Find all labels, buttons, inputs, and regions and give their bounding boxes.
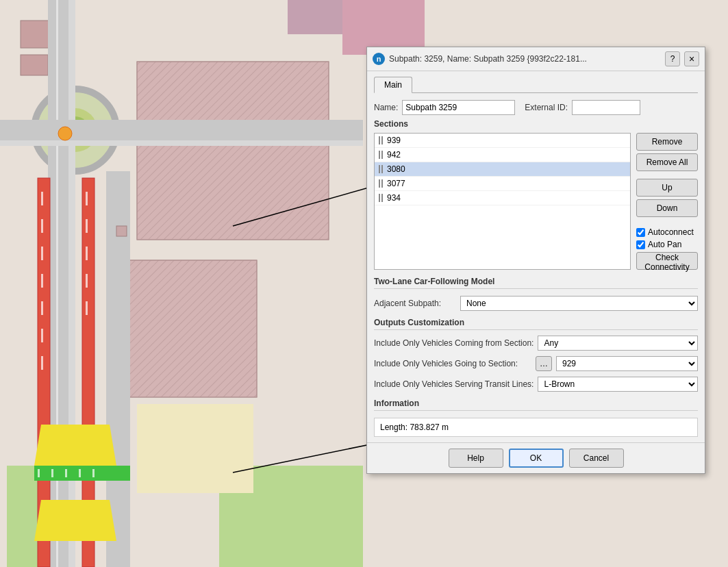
svg-rect-26 (41, 247, 43, 260)
svg-rect-5 (120, 260, 257, 397)
autopan-label: Auto Pan (648, 240, 681, 249)
dialog-help-button[interactable]: ? (665, 51, 680, 66)
svg-rect-43 (79, 469, 81, 477)
ext-id-input[interactable] (572, 100, 640, 115)
autoconnect-checkbox[interactable] (636, 228, 645, 237)
transit-lines-label: Include Only Vehicles Serving Transit Li… (374, 379, 534, 389)
section-handle (379, 151, 383, 159)
svg-rect-35 (86, 274, 88, 288)
ext-id-label: External ID: (525, 103, 568, 112)
ok-button[interactable]: OK (509, 449, 564, 468)
section-id: 934 (387, 193, 401, 203)
svg-rect-33 (86, 219, 88, 233)
svg-marker-37 (34, 425, 116, 466)
tab-main[interactable]: Main (374, 77, 412, 93)
bottom-buttons: Help OK Cancel (367, 442, 705, 473)
autopan-checkbox[interactable] (636, 240, 645, 249)
dialog-app-icon: n (373, 53, 385, 65)
dialog-body: Main Name: External ID: Sections 939 (367, 71, 705, 442)
svg-rect-22 (0, 140, 363, 146)
name-row: Name: External ID: (374, 100, 698, 115)
adjacent-subpath-select[interactable]: None (460, 296, 698, 311)
name-input[interactable] (402, 100, 515, 115)
dialog-window: n Subpath: 3259, Name: Subpath 3259 {993… (366, 47, 705, 474)
section-handle (379, 136, 383, 144)
vehicles-going-picker-btn[interactable]: … (536, 356, 552, 371)
tab-bar: Main (374, 77, 698, 93)
remove-button[interactable]: Remove (636, 133, 698, 151)
adjacent-subpath-row: Adjacent Subpath: None (374, 296, 698, 311)
svg-rect-25 (41, 219, 43, 233)
svg-rect-30 (41, 356, 43, 370)
svg-rect-44 (92, 469, 95, 477)
svg-point-16 (62, 116, 89, 144)
section-item[interactable]: 3080 (375, 162, 630, 177)
vehicles-going-select[interactable]: 929 (556, 356, 698, 371)
section-id: 942 (387, 150, 401, 160)
svg-rect-32 (86, 192, 88, 205)
svg-point-14 (34, 89, 116, 171)
svg-point-46 (58, 127, 72, 140)
autoconnect-label: Autoconnect (648, 227, 694, 237)
dialog-title: Subpath: 3259, Name: Subpath 3259 {993f2… (389, 54, 661, 64)
transit-lines-row: Include Only Vehicles Serving Transit Li… (374, 377, 698, 392)
vehicles-going-label: Include Only Vehicles Going to Section: (374, 359, 531, 368)
svg-rect-29 (41, 329, 43, 342)
transit-lines-select[interactable]: L-Brown (538, 377, 698, 392)
svg-rect-31 (82, 178, 95, 567)
outputs-title: Outputs Customization (374, 318, 698, 330)
section-handle (379, 194, 383, 202)
svg-rect-40 (38, 469, 40, 477)
up-button[interactable]: Up (636, 179, 698, 197)
svg-rect-41 (51, 469, 53, 477)
dialog-titlebar: n Subpath: 3259, Name: Subpath 3259 {993… (367, 47, 705, 71)
length-value: 783.827 m (410, 423, 449, 432)
svg-rect-10 (219, 466, 356, 567)
section-item[interactable]: 3077 (375, 177, 630, 191)
dialog-close-button[interactable]: × (684, 51, 699, 66)
section-id: 3077 (387, 179, 405, 188)
sections-label: Sections (374, 119, 698, 129)
cancel-button[interactable]: Cancel (569, 449, 624, 468)
sections-list[interactable]: 939 942 3080 3077 934 (374, 133, 631, 270)
vehicles-going-row: Include Only Vehicles Going to Section: … (374, 356, 698, 371)
svg-rect-3 (137, 62, 329, 240)
svg-line-49 (233, 442, 384, 473)
length-label: Length: (380, 423, 407, 432)
adjacent-subpath-label: Adjacent Subpath: (374, 299, 456, 308)
vehicles-coming-row: Include Only Vehicles Coming from Sectio… (374, 336, 698, 351)
svg-rect-21 (0, 120, 363, 140)
autoconnect-row: Autoconnect (636, 227, 698, 237)
sections-buttons: Remove Remove All Up Down Autoconnect Au… (636, 133, 698, 270)
svg-rect-28 (41, 301, 43, 315)
svg-rect-23 (38, 178, 50, 567)
svg-rect-27 (41, 274, 43, 288)
svg-rect-9 (288, 0, 342, 34)
svg-rect-20 (106, 171, 130, 567)
sections-area: 939 942 3080 3077 934 (374, 133, 698, 270)
svg-rect-1 (137, 62, 329, 240)
help-button[interactable]: Help (449, 449, 503, 468)
svg-rect-12 (294, 466, 363, 567)
svg-point-15 (53, 108, 97, 152)
svg-rect-17 (48, 0, 68, 567)
svg-rect-36 (86, 301, 88, 315)
svg-rect-34 (86, 247, 88, 260)
remove-all-button[interactable]: Remove All (636, 153, 698, 171)
vehicles-coming-select[interactable]: Any (538, 336, 698, 351)
section-item[interactable]: 942 (375, 148, 630, 162)
svg-rect-13 (137, 404, 253, 493)
section-id: 939 (387, 136, 401, 145)
two-lane-title: Two-Lane Car-Following Model (374, 277, 698, 289)
vehicles-coming-label: Include Only Vehicles Coming from Sectio… (374, 338, 534, 348)
down-button[interactable]: Down (636, 199, 698, 217)
section-id: 3080 (387, 164, 405, 174)
check-connectivity-button[interactable]: Check Connectivity (636, 252, 698, 270)
svg-rect-6 (21, 21, 62, 48)
section-item[interactable]: 934 (375, 191, 630, 205)
svg-rect-39 (34, 466, 130, 481)
section-item[interactable]: 939 (375, 134, 630, 148)
svg-rect-4 (120, 260, 257, 397)
svg-rect-45 (116, 226, 127, 236)
info-section: Length: 783.827 m (374, 418, 698, 437)
